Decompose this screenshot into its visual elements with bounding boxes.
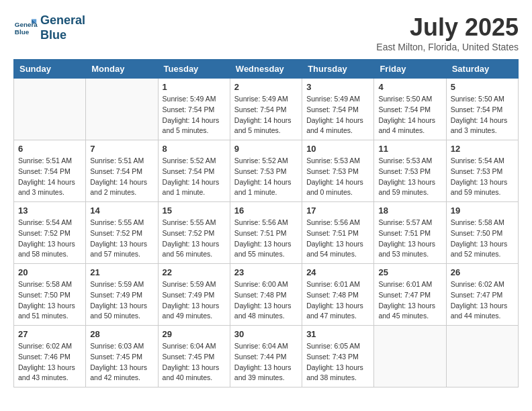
day-number: 18 [378,205,441,216]
day-info: Sunrise: 5:52 AM Sunset: 7:54 PM Dayligh… [163,156,226,198]
day-info: Sunrise: 6:01 AM Sunset: 7:47 PM Dayligh… [378,279,441,322]
day-info: Sunrise: 6:01 AM Sunset: 7:48 PM Dayligh… [306,279,369,322]
sunset-text: Sunset: 7:54 PM [163,105,226,116]
calendar-cell: 4 Sunrise: 5:50 AM Sunset: 7:54 PM Dayli… [374,79,446,140]
daylight-text: Daylight: 13 hours and 50 minutes. [90,301,153,322]
weekday-header-sunday: Sunday [14,60,86,79]
day-info: Sunrise: 5:54 AM Sunset: 7:53 PM Dayligh… [451,156,514,198]
sunrise-text: Sunrise: 5:50 AM [378,94,441,105]
daylight-text: Daylight: 14 hours and 3 minutes. [18,177,81,199]
sunrise-text: Sunrise: 5:54 AM [18,218,81,228]
sunset-text: Sunset: 7:54 PM [18,167,81,177]
sunset-text: Sunset: 7:54 PM [378,105,441,116]
calendar-cell: 28 Sunrise: 6:03 AM Sunset: 7:45 PM Dayl… [86,326,158,387]
daylight-text: Daylight: 13 hours and 44 minutes. [451,301,514,322]
calendar-cell: 15 Sunrise: 5:55 AM Sunset: 7:52 PM Dayl… [158,202,230,264]
calendar-cell [86,79,158,140]
sunrise-text: Sunrise: 6:02 AM [451,279,514,290]
weekday-header-wednesday: Wednesday [230,60,302,79]
page-header: General Blue General Blue July 2025 East… [13,13,519,52]
day-info: Sunrise: 5:58 AM Sunset: 7:50 PM Dayligh… [18,279,81,322]
day-number: 16 [234,205,298,216]
calendar-cell: 14 Sunrise: 5:55 AM Sunset: 7:52 PM Dayl… [86,202,158,264]
day-number: 14 [90,205,153,216]
day-info: Sunrise: 5:55 AM Sunset: 7:52 PM Dayligh… [163,218,226,260]
title-block: July 2025 East Milton, Florida, United S… [376,13,519,52]
calendar-cell: 17 Sunrise: 5:56 AM Sunset: 7:51 PM Dayl… [302,202,374,264]
sunrise-text: Sunrise: 5:52 AM [234,156,298,167]
day-number: 5 [451,82,514,92]
daylight-text: Daylight: 14 hours and 4 minutes. [378,116,441,137]
day-number: 13 [18,205,81,216]
calendar-cell: 7 Sunrise: 5:51 AM Sunset: 7:54 PM Dayli… [86,140,158,202]
day-info: Sunrise: 5:49 AM Sunset: 7:54 PM Dayligh… [234,94,298,136]
daylight-text: Daylight: 14 hours and 2 minutes. [90,177,153,199]
sunrise-text: Sunrise: 5:55 AM [163,218,226,228]
sunrise-text: Sunrise: 6:05 AM [306,341,369,352]
day-info: Sunrise: 5:59 AM Sunset: 7:49 PM Dayligh… [90,279,153,322]
weekday-header-monday: Monday [86,60,158,79]
daylight-text: Daylight: 13 hours and 49 minutes. [163,301,226,322]
calendar-cell: 19 Sunrise: 5:58 AM Sunset: 7:50 PM Dayl… [446,202,518,264]
calendar-cell: 24 Sunrise: 6:01 AM Sunset: 7:48 PM Dayl… [302,264,374,326]
day-info: Sunrise: 5:58 AM Sunset: 7:50 PM Dayligh… [451,218,514,260]
calendar-cell: 5 Sunrise: 5:50 AM Sunset: 7:54 PM Dayli… [446,79,518,140]
daylight-text: Daylight: 13 hours and 47 minutes. [306,301,369,322]
day-number: 6 [18,144,81,154]
sunrise-text: Sunrise: 6:04 AM [163,341,226,352]
sunset-text: Sunset: 7:54 PM [163,167,226,177]
day-number: 23 [234,267,298,277]
calendar-cell: 21 Sunrise: 5:59 AM Sunset: 7:49 PM Dayl… [86,264,158,326]
sunrise-text: Sunrise: 5:49 AM [234,94,298,105]
daylight-text: Daylight: 14 hours and 3 minutes. [451,116,514,137]
week-row-2: 6 Sunrise: 5:51 AM Sunset: 7:54 PM Dayli… [14,140,519,202]
week-row-4: 20 Sunrise: 5:58 AM Sunset: 7:50 PM Dayl… [14,264,519,326]
day-info: Sunrise: 5:52 AM Sunset: 7:53 PM Dayligh… [234,156,298,198]
day-number: 22 [163,267,226,277]
sunset-text: Sunset: 7:53 PM [234,167,298,177]
sunrise-text: Sunrise: 5:49 AM [163,94,226,105]
calendar-cell [374,326,446,387]
sunrise-text: Sunrise: 6:03 AM [90,341,153,352]
day-number: 7 [90,144,153,154]
sunset-text: Sunset: 7:43 PM [306,352,369,363]
calendar-cell [14,79,86,140]
sunset-text: Sunset: 7:51 PM [378,228,441,239]
day-info: Sunrise: 6:03 AM Sunset: 7:45 PM Dayligh… [90,341,153,383]
sunset-text: Sunset: 7:54 PM [306,105,369,116]
calendar-cell: 18 Sunrise: 5:57 AM Sunset: 7:51 PM Dayl… [374,202,446,264]
day-number: 8 [163,144,226,154]
location-subtitle: East Milton, Florida, United States [376,42,519,52]
day-info: Sunrise: 6:04 AM Sunset: 7:45 PM Dayligh… [163,341,226,383]
day-number: 9 [234,144,298,154]
sunrise-text: Sunrise: 6:04 AM [234,341,298,352]
sunset-text: Sunset: 7:47 PM [378,290,441,301]
day-number: 10 [306,144,369,154]
sunset-text: Sunset: 7:47 PM [451,290,514,301]
calendar-cell: 20 Sunrise: 5:58 AM Sunset: 7:50 PM Dayl… [14,264,86,326]
sunrise-text: Sunrise: 5:59 AM [90,279,153,290]
calendar-cell: 3 Sunrise: 5:49 AM Sunset: 7:54 PM Dayli… [302,79,374,140]
day-info: Sunrise: 6:02 AM Sunset: 7:47 PM Dayligh… [451,279,514,322]
sunset-text: Sunset: 7:54 PM [451,105,514,116]
calendar-cell: 6 Sunrise: 5:51 AM Sunset: 7:54 PM Dayli… [14,140,86,202]
calendar-cell: 25 Sunrise: 6:01 AM Sunset: 7:47 PM Dayl… [374,264,446,326]
daylight-text: Daylight: 13 hours and 54 minutes. [306,239,369,261]
sunset-text: Sunset: 7:48 PM [234,290,298,301]
day-info: Sunrise: 5:51 AM Sunset: 7:54 PM Dayligh… [18,156,81,198]
day-info: Sunrise: 5:53 AM Sunset: 7:53 PM Dayligh… [378,156,441,198]
day-number: 12 [451,144,514,154]
logo-text-line2: Blue [40,28,85,43]
daylight-text: Daylight: 13 hours and 53 minutes. [378,239,441,261]
daylight-text: Daylight: 13 hours and 39 minutes. [234,363,298,384]
sunset-text: Sunset: 7:51 PM [306,228,369,239]
day-number: 4 [378,82,441,92]
day-number: 19 [451,205,514,216]
daylight-text: Daylight: 13 hours and 42 minutes. [90,363,153,384]
sunset-text: Sunset: 7:50 PM [451,228,514,239]
daylight-text: Daylight: 13 hours and 51 minutes. [18,301,81,322]
daylight-text: Daylight: 13 hours and 40 minutes. [163,363,226,384]
calendar-cell: 13 Sunrise: 5:54 AM Sunset: 7:52 PM Dayl… [14,202,86,264]
day-info: Sunrise: 5:50 AM Sunset: 7:54 PM Dayligh… [451,94,514,136]
day-number: 28 [90,329,153,339]
